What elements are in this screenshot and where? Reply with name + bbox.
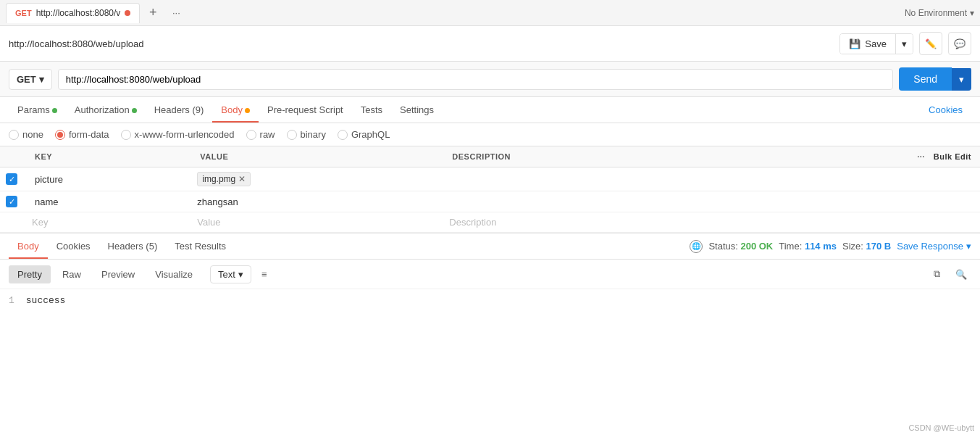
save-dropdown-button[interactable]: ▾	[895, 34, 913, 54]
radio-binary[interactable]: binary	[287, 129, 326, 140]
save-button-group: 💾 Save ▾	[839, 33, 913, 54]
resp-tab-test-results[interactable]: Test Results	[166, 233, 235, 259]
radio-form-data[interactable]: form-data	[55, 129, 109, 140]
radio-urlencoded[interactable]: x-www-form-urlencoded	[121, 129, 235, 140]
comment-icon-button[interactable]: 💬	[948, 32, 971, 55]
remove-file-button[interactable]: ✕	[238, 174, 246, 184]
row1-description[interactable]	[443, 167, 980, 191]
add-tab-button[interactable]: +	[143, 3, 163, 23]
key-col-header: KEY	[26, 146, 191, 167]
save-button[interactable]: 💾 Save	[840, 34, 895, 54]
tab-pre-request[interactable]: Pre-request Script	[259, 97, 352, 123]
response-content: success	[26, 295, 66, 306]
send-button[interactable]: Send	[899, 67, 952, 91]
environment-selector[interactable]: No Environment ▾	[905, 8, 974, 18]
resp-tab-headers[interactable]: Headers (5)	[99, 233, 167, 259]
chevron-down-icon: ▾	[238, 269, 243, 280]
tab-headers[interactable]: Headers (9)	[146, 97, 213, 123]
file-tag: img.pmg ✕	[197, 172, 251, 186]
environment-label: No Environment	[905, 8, 967, 18]
row2-description[interactable]	[443, 191, 980, 212]
radio-raw[interactable]: raw	[246, 129, 275, 140]
radio-form-data-circle	[55, 130, 65, 140]
response-tabs: Body Cookies Headers (5) Test Results 🌐 …	[0, 233, 980, 260]
selected-format: Text	[218, 269, 235, 280]
row1-value: img.pmg ✕	[191, 167, 443, 191]
fmt-tab-preview[interactable]: Preview	[93, 265, 143, 283]
chevron-down-icon: ▾	[39, 74, 44, 85]
row1-key[interactable]: picture	[26, 167, 191, 191]
auth-dot	[132, 108, 137, 113]
radio-none[interactable]: none	[9, 129, 43, 140]
radio-graphql-circle	[338, 130, 348, 140]
size-label: Size: 170 B	[842, 241, 891, 252]
time-value: 114 ms	[805, 241, 837, 252]
status-value: 200 OK	[740, 241, 773, 252]
row1-checkbox[interactable]	[6, 173, 17, 185]
row2-checkbox[interactable]	[6, 196, 17, 207]
row2-value[interactable]: zhangsan	[191, 191, 443, 212]
active-request-tab[interactable]: GET http://localhost:8080/v	[6, 3, 140, 23]
radio-raw-circle	[246, 130, 256, 140]
chevron-down-icon: ▾	[970, 8, 974, 18]
wrap-text-icon[interactable]: ≡	[254, 264, 275, 284]
copy-icon[interactable]: ⧉	[926, 264, 947, 284]
footer-text: CSDN @WE-ubytt	[908, 423, 974, 432]
fmt-tab-raw[interactable]: Raw	[54, 265, 90, 283]
table-row: picture img.pmg ✕	[0, 167, 980, 191]
tab-url: http://localhost:8080/v	[36, 8, 121, 18]
radio-graphql[interactable]: GraphQL	[338, 129, 390, 140]
table-more-icon[interactable]: ···	[917, 152, 925, 161]
body-dot	[245, 108, 250, 113]
nav-tabs: Params Authorization Headers (9) Body Pr…	[0, 97, 980, 123]
url-input[interactable]	[58, 69, 894, 90]
edit-icon-button[interactable]: ✏️	[919, 32, 942, 55]
tab-body[interactable]: Body	[212, 97, 259, 123]
save-response-button[interactable]: Save Response ▾	[897, 241, 971, 252]
address-bar: http://localhost:8080/web/upload 💾 Save …	[0, 26, 980, 62]
tab-bar: GET http://localhost:8080/v + ··· No Env…	[0, 0, 980, 26]
row2-key[interactable]: name	[26, 191, 191, 212]
fmt-tab-pretty[interactable]: Pretty	[9, 265, 51, 283]
fmt-tab-visualize[interactable]: Visualize	[146, 265, 201, 283]
table-row: name zhangsan	[0, 191, 980, 212]
send-dropdown-button[interactable]: ▾	[952, 68, 971, 91]
format-bar: Pretty Raw Preview Visualize Text ▾ ≡ ⧉ …	[0, 260, 980, 289]
response-status-bar: 🌐 Status: 200 OK Time: 114 ms Size: 170 …	[690, 240, 971, 253]
new-key-input[interactable]: Key	[26, 212, 191, 233]
search-icon[interactable]: 🔍	[951, 264, 971, 284]
bulk-edit-button[interactable]: Bulk Edit	[934, 152, 971, 161]
selected-method: GET	[17, 74, 36, 85]
tab-authorization[interactable]: Authorization	[66, 97, 146, 123]
size-value: 170 B	[866, 241, 892, 252]
tab-settings[interactable]: Settings	[391, 97, 443, 123]
globe-icon: 🌐	[690, 240, 703, 253]
radio-graphql-label: GraphQL	[351, 129, 390, 140]
resp-tab-body[interactable]: Body	[9, 233, 48, 259]
status-label: Status: 200 OK	[708, 241, 773, 252]
radio-binary-label: binary	[301, 129, 326, 140]
tab-params[interactable]: Params	[9, 97, 66, 123]
request-bar: GET ▾ Send ▾	[0, 62, 980, 97]
tab-tests[interactable]: Tests	[352, 97, 391, 123]
description-col-header: DESCRIPTION ··· Bulk Edit	[443, 146, 980, 167]
new-value-input[interactable]: Value	[191, 212, 443, 233]
params-dot	[52, 108, 57, 113]
radio-form-data-label: form-data	[69, 129, 109, 140]
format-type-selector[interactable]: Text ▾	[210, 265, 251, 283]
resp-tab-cookies[interactable]: Cookies	[48, 233, 99, 259]
form-table: KEY VALUE DESCRIPTION ··· Bulk Edit	[0, 146, 980, 233]
tab-dot	[125, 10, 130, 16]
response-section: Body Cookies Headers (5) Test Results 🌐 …	[0, 233, 980, 312]
cookies-link[interactable]: Cookies	[920, 97, 971, 123]
address-url: http://localhost:8080/web/upload	[9, 38, 834, 49]
body-type-row: none form-data x-www-form-urlencoded raw…	[0, 123, 980, 146]
new-description-input[interactable]: Description	[443, 212, 980, 233]
time-label: Time: 114 ms	[779, 241, 837, 252]
tab-more-button[interactable]: ···	[166, 3, 186, 23]
tab-method: GET	[15, 9, 32, 17]
method-selector[interactable]: GET ▾	[9, 69, 52, 90]
radio-binary-circle	[287, 130, 297, 140]
value-col-header: VALUE	[191, 146, 443, 167]
radio-urlencoded-label: x-www-form-urlencoded	[135, 129, 235, 140]
